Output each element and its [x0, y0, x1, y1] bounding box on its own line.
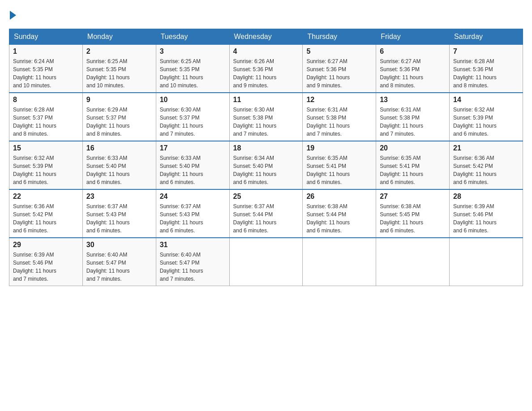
- calendar-cell: [376, 238, 450, 286]
- day-info: Sunrise: 6:25 AMSunset: 5:35 PMDaylight:…: [160, 57, 226, 90]
- day-info: Sunrise: 6:30 AMSunset: 5:38 PMDaylight:…: [233, 106, 299, 138]
- calendar-cell: 11Sunrise: 6:30 AMSunset: 5:38 PMDayligh…: [229, 93, 303, 141]
- day-info: Sunrise: 6:39 AMSunset: 5:46 PMDaylight:…: [453, 202, 519, 235]
- calendar-cell: 3Sunrise: 6:25 AMSunset: 5:35 PMDaylight…: [156, 45, 229, 93]
- calendar-week-row: 15Sunrise: 6:32 AMSunset: 5:39 PMDayligh…: [9, 141, 523, 189]
- calendar-cell: 31Sunrise: 6:40 AMSunset: 5:47 PMDayligh…: [156, 238, 229, 286]
- calendar-table: SundayMondayTuesdayWednesdayThursdayFrid…: [9, 29, 523, 286]
- day-number: 27: [380, 193, 446, 201]
- logo: [9, 9, 16, 20]
- calendar-cell: 17Sunrise: 6:33 AMSunset: 5:40 PMDayligh…: [156, 141, 229, 189]
- calendar-cell: [450, 238, 523, 286]
- day-info: Sunrise: 6:29 AMSunset: 5:37 PMDaylight:…: [86, 106, 152, 138]
- day-info: Sunrise: 6:38 AMSunset: 5:45 PMDaylight:…: [380, 202, 446, 235]
- header-thursday: Thursday: [303, 29, 376, 45]
- day-number: 31: [160, 241, 226, 249]
- calendar-cell: [303, 238, 376, 286]
- day-info: Sunrise: 6:28 AMSunset: 5:37 PMDaylight:…: [13, 106, 79, 138]
- day-info: Sunrise: 6:26 AMSunset: 5:36 PMDaylight:…: [233, 57, 299, 90]
- day-number: 25: [233, 193, 299, 201]
- logo-arrow-icon: [10, 11, 16, 20]
- day-number: 1: [13, 47, 79, 56]
- day-info: Sunrise: 6:24 AMSunset: 5:35 PMDaylight:…: [13, 57, 79, 90]
- day-number: 28: [453, 193, 519, 201]
- day-info: Sunrise: 6:27 AMSunset: 5:36 PMDaylight:…: [306, 57, 372, 90]
- day-info: Sunrise: 6:35 AMSunset: 5:41 PMDaylight:…: [380, 154, 446, 186]
- day-number: 2: [86, 47, 152, 56]
- header-wednesday: Wednesday: [229, 29, 303, 45]
- calendar-cell: 14Sunrise: 6:32 AMSunset: 5:39 PMDayligh…: [450, 93, 523, 141]
- day-number: 30: [86, 241, 152, 249]
- day-info: Sunrise: 6:27 AMSunset: 5:36 PMDaylight:…: [380, 57, 446, 90]
- calendar-cell: 24Sunrise: 6:37 AMSunset: 5:43 PMDayligh…: [156, 189, 229, 238]
- day-info: Sunrise: 6:32 AMSunset: 5:39 PMDaylight:…: [13, 154, 79, 186]
- day-info: Sunrise: 6:33 AMSunset: 5:40 PMDaylight:…: [160, 154, 226, 186]
- day-number: 16: [86, 144, 152, 152]
- day-number: 6: [380, 47, 446, 56]
- calendar-header-row: SundayMondayTuesdayWednesdayThursdayFrid…: [9, 29, 523, 45]
- day-number: 9: [86, 96, 152, 104]
- calendar-cell: 21Sunrise: 6:36 AMSunset: 5:42 PMDayligh…: [450, 141, 523, 189]
- header-monday: Monday: [82, 29, 156, 45]
- day-number: 15: [13, 144, 79, 152]
- day-info: Sunrise: 6:37 AMSunset: 5:44 PMDaylight:…: [233, 202, 299, 235]
- day-info: Sunrise: 6:40 AMSunset: 5:47 PMDaylight:…: [86, 251, 152, 283]
- calendar-cell: 4Sunrise: 6:26 AMSunset: 5:36 PMDaylight…: [229, 45, 303, 93]
- day-info: Sunrise: 6:37 AMSunset: 5:43 PMDaylight:…: [160, 202, 226, 235]
- calendar-cell: 7Sunrise: 6:28 AMSunset: 5:36 PMDaylight…: [450, 45, 523, 93]
- day-info: Sunrise: 6:37 AMSunset: 5:43 PMDaylight:…: [86, 202, 152, 235]
- day-number: 20: [380, 144, 446, 152]
- calendar-cell: 20Sunrise: 6:35 AMSunset: 5:41 PMDayligh…: [376, 141, 450, 189]
- calendar-cell: [229, 238, 303, 286]
- day-number: 7: [453, 47, 519, 56]
- header-saturday: Saturday: [450, 29, 523, 45]
- day-number: 3: [160, 47, 226, 56]
- day-number: 11: [233, 96, 299, 104]
- calendar-cell: 18Sunrise: 6:34 AMSunset: 5:40 PMDayligh…: [229, 141, 303, 189]
- calendar-cell: 8Sunrise: 6:28 AMSunset: 5:37 PMDaylight…: [9, 93, 83, 141]
- day-number: 18: [233, 144, 299, 152]
- page-header: [9, 9, 523, 20]
- day-number: 26: [306, 193, 372, 201]
- header-sunday: Sunday: [9, 29, 83, 45]
- header-friday: Friday: [376, 29, 450, 45]
- day-info: Sunrise: 6:39 AMSunset: 5:46 PMDaylight:…: [13, 251, 79, 283]
- calendar-cell: 12Sunrise: 6:31 AMSunset: 5:38 PMDayligh…: [303, 93, 376, 141]
- day-info: Sunrise: 6:32 AMSunset: 5:39 PMDaylight:…: [453, 106, 519, 138]
- calendar-week-row: 1Sunrise: 6:24 AMSunset: 5:35 PMDaylight…: [9, 45, 523, 93]
- calendar-week-row: 22Sunrise: 6:36 AMSunset: 5:42 PMDayligh…: [9, 189, 523, 238]
- calendar-cell: 13Sunrise: 6:31 AMSunset: 5:38 PMDayligh…: [376, 93, 450, 141]
- day-info: Sunrise: 6:38 AMSunset: 5:44 PMDaylight:…: [306, 202, 372, 235]
- day-number: 14: [453, 96, 519, 104]
- day-number: 13: [380, 96, 446, 104]
- calendar-cell: 19Sunrise: 6:35 AMSunset: 5:41 PMDayligh…: [303, 141, 376, 189]
- day-number: 8: [13, 96, 79, 104]
- calendar-cell: 9Sunrise: 6:29 AMSunset: 5:37 PMDaylight…: [82, 93, 156, 141]
- day-info: Sunrise: 6:36 AMSunset: 5:42 PMDaylight:…: [453, 154, 519, 186]
- calendar-cell: 10Sunrise: 6:30 AMSunset: 5:37 PMDayligh…: [156, 93, 229, 141]
- calendar-cell: 16Sunrise: 6:33 AMSunset: 5:40 PMDayligh…: [82, 141, 156, 189]
- day-number: 22: [13, 193, 79, 201]
- day-info: Sunrise: 6:31 AMSunset: 5:38 PMDaylight:…: [380, 106, 446, 138]
- day-number: 24: [160, 193, 226, 201]
- calendar-cell: 15Sunrise: 6:32 AMSunset: 5:39 PMDayligh…: [9, 141, 83, 189]
- calendar-cell: 29Sunrise: 6:39 AMSunset: 5:46 PMDayligh…: [9, 238, 83, 286]
- day-info: Sunrise: 6:35 AMSunset: 5:41 PMDaylight:…: [306, 154, 372, 186]
- calendar-cell: 5Sunrise: 6:27 AMSunset: 5:36 PMDaylight…: [303, 45, 376, 93]
- day-info: Sunrise: 6:30 AMSunset: 5:37 PMDaylight:…: [160, 106, 226, 138]
- calendar-cell: 1Sunrise: 6:24 AMSunset: 5:35 PMDaylight…: [9, 45, 83, 93]
- day-number: 10: [160, 96, 226, 104]
- calendar-cell: 27Sunrise: 6:38 AMSunset: 5:45 PMDayligh…: [376, 189, 450, 238]
- calendar-cell: 25Sunrise: 6:37 AMSunset: 5:44 PMDayligh…: [229, 189, 303, 238]
- calendar-cell: 23Sunrise: 6:37 AMSunset: 5:43 PMDayligh…: [82, 189, 156, 238]
- day-info: Sunrise: 6:28 AMSunset: 5:36 PMDaylight:…: [453, 57, 519, 90]
- day-info: Sunrise: 6:31 AMSunset: 5:38 PMDaylight:…: [306, 106, 372, 138]
- day-number: 4: [233, 47, 299, 56]
- day-info: Sunrise: 6:40 AMSunset: 5:47 PMDaylight:…: [160, 251, 226, 283]
- day-info: Sunrise: 6:25 AMSunset: 5:35 PMDaylight:…: [86, 57, 152, 90]
- calendar-week-row: 29Sunrise: 6:39 AMSunset: 5:46 PMDayligh…: [9, 238, 523, 286]
- day-info: Sunrise: 6:34 AMSunset: 5:40 PMDaylight:…: [233, 154, 299, 186]
- day-info: Sunrise: 6:36 AMSunset: 5:42 PMDaylight:…: [13, 202, 79, 235]
- header-tuesday: Tuesday: [156, 29, 229, 45]
- calendar-cell: 6Sunrise: 6:27 AMSunset: 5:36 PMDaylight…: [376, 45, 450, 93]
